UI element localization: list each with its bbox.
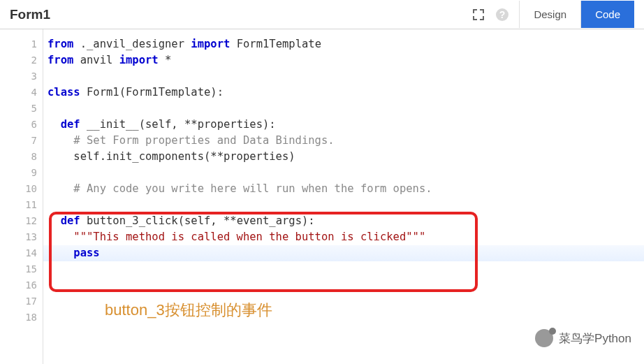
gutter-line: 11	[0, 197, 43, 213]
code-line	[43, 101, 644, 117]
watermark: 菜鸟学Python	[535, 329, 631, 347]
fullscreen-icon[interactable]	[469, 5, 488, 24]
code-line: from ._anvil_designer import Form1Templa…	[43, 36, 644, 52]
code-line	[43, 165, 644, 181]
header-bar: Form1 ? Design Code	[0, 0, 644, 29]
code-line: # Any code you write here will run when …	[43, 181, 644, 197]
gutter-line: 18	[0, 310, 43, 326]
code-line: self.init_components(**properties)	[43, 149, 644, 165]
code-line-highlighted: pass	[43, 245, 644, 261]
gutter-line: 8	[0, 149, 43, 165]
line-gutter: 1 2 3 4 5 6 7 8 9 10 11 12 13 14 15 16 1…	[0, 29, 43, 364]
gutter-line: 12	[0, 213, 43, 229]
gutter-line: 4	[0, 85, 43, 101]
gutter-line: 9	[0, 165, 43, 181]
code-line	[43, 197, 644, 213]
gutter-line: 7	[0, 133, 43, 149]
gutter-line: 6	[0, 117, 43, 133]
annotation-text: button_3按钮控制的事件	[105, 300, 272, 321]
gutter-line: 13	[0, 229, 43, 245]
gutter-line: 10	[0, 181, 43, 197]
code-line	[43, 68, 644, 85]
tab-code[interactable]: Code	[580, 1, 634, 28]
header-actions: ? Design Code	[469, 1, 634, 28]
code-line: from anvil import *	[43, 52, 644, 68]
svg-text:?: ?	[499, 9, 506, 20]
code-line: # Set Form properties and Data Bindings.	[43, 133, 644, 149]
page-title: Form1	[10, 7, 50, 22]
help-icon[interactable]: ?	[492, 5, 512, 24]
gutter-line: 3	[0, 68, 43, 85]
gutter-line: 2	[0, 52, 43, 68]
gutter-line: 16	[0, 277, 43, 293]
code-line: def button_3_click(self, **event_args):	[43, 213, 644, 229]
tab-design[interactable]: Design	[519, 1, 580, 28]
code-line	[43, 261, 644, 277]
code-line	[43, 277, 644, 293]
gutter-line: 17	[0, 293, 43, 310]
watermark-text: 菜鸟学Python	[559, 330, 631, 347]
gutter-line: 1	[0, 36, 43, 52]
gutter-line: 5	[0, 101, 43, 117]
code-line: class Form1(Form1Template):	[43, 85, 644, 101]
code-area[interactable]: from ._anvil_designer import Form1Templa…	[43, 29, 644, 364]
watermark-icon	[535, 329, 553, 347]
gutter-line: 15	[0, 261, 43, 277]
gutter-line: 14	[0, 245, 43, 261]
code-line: def __init__(self, **properties):	[43, 117, 644, 133]
code-line: """This method is called when the button…	[43, 229, 644, 245]
editor: 1 2 3 4 5 6 7 8 9 10 11 12 13 14 15 16 1…	[0, 29, 644, 364]
